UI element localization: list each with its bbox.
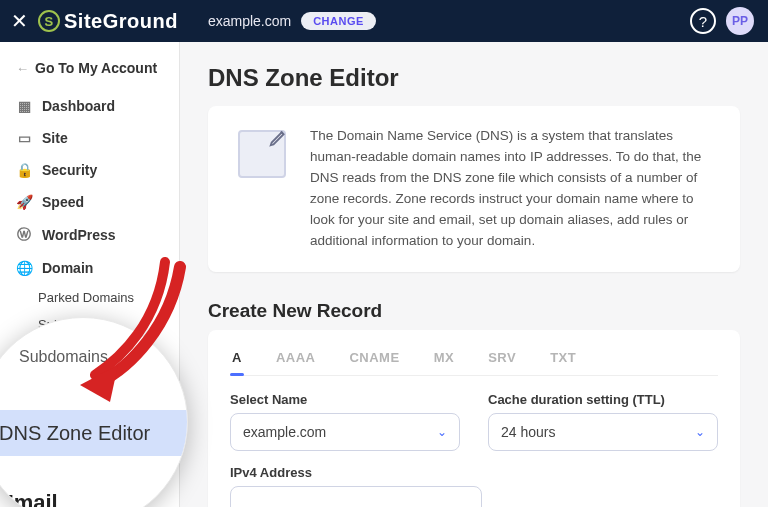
change-domain-button[interactable]: CHANGE <box>301 12 376 30</box>
name-value: example.com <box>243 424 326 440</box>
tab-a[interactable]: A <box>230 344 244 375</box>
site-icon: ▭ <box>16 130 32 146</box>
create-record-panel: A AAAA CNAME MX SRV TXT Select Name exam… <box>208 330 740 507</box>
callout-item-above: Subdomains <box>19 348 108 366</box>
name-select[interactable]: example.com ⌄ <box>230 413 460 451</box>
rocket-icon: 🚀 <box>16 194 32 210</box>
sidebar-item-dashboard[interactable]: ▦Dashboard <box>0 90 179 122</box>
back-label: Go To My Account <box>35 60 157 76</box>
ttl-label: Cache duration setting (TTL) <box>488 392 718 407</box>
sidebar-item-security[interactable]: 🔒Security <box>0 154 179 186</box>
help-icon[interactable]: ? <box>690 8 716 34</box>
tab-txt[interactable]: TXT <box>548 344 578 375</box>
domain-label: example.com <box>208 13 291 29</box>
sidebar-item-site[interactable]: ▭Site <box>0 122 179 154</box>
brand-mark-icon: S <box>38 10 60 32</box>
intro-card: The Domain Name Service (DNS) is a syste… <box>208 106 740 272</box>
globe-icon: 🌐 <box>16 260 32 276</box>
intro-text: The Domain Name Service (DNS) is a syste… <box>310 126 718 252</box>
avatar[interactable]: PP <box>726 7 754 35</box>
main-content: DNS Zone Editor The Domain Name Service … <box>180 42 768 507</box>
ttl-select[interactable]: 24 hours ⌄ <box>488 413 718 451</box>
sidebar-subitem-parked-domains[interactable]: Parked Domains <box>0 284 179 311</box>
current-domain: example.com CHANGE <box>208 12 376 30</box>
section-title: Create New Record <box>208 300 740 322</box>
record-type-tabs: A AAAA CNAME MX SRV TXT <box>230 344 718 376</box>
sidebar-item-wordpress[interactable]: ⓦWordPress <box>0 218 179 252</box>
back-to-account-link[interactable]: ← Go To My Account <box>0 52 179 90</box>
sidebar-item-domain[interactable]: 🌐Domain <box>0 252 179 284</box>
brand-logo[interactable]: S SiteGround <box>38 10 178 33</box>
ttl-value: 24 hours <box>501 424 555 440</box>
arrow-left-icon: ← <box>16 61 29 76</box>
tab-srv[interactable]: SRV <box>486 344 518 375</box>
brand-text: SiteGround <box>64 10 178 33</box>
page-title: DNS Zone Editor <box>208 64 740 92</box>
close-icon[interactable]: ✕ <box>0 0 38 42</box>
lock-icon: 🔒 <box>16 162 32 178</box>
chevron-down-icon: ⌄ <box>695 425 705 439</box>
ipv4-input[interactable] <box>230 486 482 507</box>
topbar: ✕ S SiteGround example.com CHANGE ? PP <box>0 0 768 42</box>
chevron-down-icon: ⌄ <box>437 425 447 439</box>
dashboard-icon: ▦ <box>16 98 32 114</box>
tab-aaaa[interactable]: AAAA <box>274 344 318 375</box>
sidebar-item-speed[interactable]: 🚀Speed <box>0 186 179 218</box>
wordpress-icon: ⓦ <box>16 226 32 244</box>
document-edit-icon <box>238 130 286 178</box>
tab-cname[interactable]: CNAME <box>347 344 401 375</box>
name-label: Select Name <box>230 392 460 407</box>
tab-mx[interactable]: MX <box>432 344 457 375</box>
callout-highlight-dns-zone-editor: DNS Zone Editor <box>0 410 187 456</box>
ipv4-label: IPv4 Address <box>230 465 482 480</box>
